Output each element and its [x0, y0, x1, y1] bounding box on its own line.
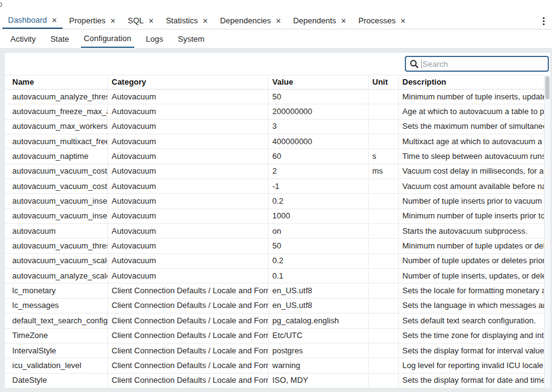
cell-category: Autovacuum — [108, 269, 269, 283]
table-row[interactable]: TimeZoneClient Connection Defaults / Loc… — [5, 329, 544, 344]
tab-dashboard[interactable]: Dashboard× — [2, 12, 63, 29]
column-header-unit[interactable]: Unit — [369, 75, 399, 89]
cell-category: Autovacuum — [108, 134, 269, 148]
cell-name: TimeZone — [5, 329, 108, 343]
subtab-state[interactable]: State — [47, 29, 72, 48]
cell-value: 400000000 — [269, 134, 369, 148]
subtab-activity[interactable]: Activity — [7, 29, 39, 48]
cell-name: autovacuum — [5, 224, 108, 238]
table-body: autovacuum_analyze_thresh…Autovacuum50Mi… — [5, 90, 544, 388]
configuration-content: Name Category Value Unit Description aut… — [5, 53, 550, 388]
cell-description: Minimum number of tuple inserts prior to… — [399, 209, 544, 223]
cell-category: Autovacuum — [108, 209, 269, 223]
table-row[interactable]: DateStyleClient Connection Defaults / Lo… — [5, 374, 544, 388]
cell-value: warning — [269, 358, 369, 372]
tab-close-icon[interactable]: × — [202, 17, 207, 25]
cell-value: postgres — [269, 344, 369, 358]
table-row[interactable]: autovacuum_vacuum_insert…Autovacuum0.2Nu… — [5, 194, 544, 209]
table-row[interactable]: autovacuumAutovacuumonStarts the autovac… — [5, 224, 544, 239]
tab-sql[interactable]: SQL× — [122, 12, 159, 29]
column-header-name[interactable]: Name — [5, 75, 108, 89]
cell-category: Autovacuum — [108, 224, 269, 238]
cell-unit — [369, 283, 399, 298]
cell-category: Client Connection Defaults / Locale and … — [108, 299, 269, 313]
cell-unit — [369, 239, 399, 253]
window-edge-artifact: o — [0, 0, 2, 9]
cell-description: Sets the display format for interval val… — [399, 344, 544, 358]
table-row[interactable]: lc_monetaryClient Connection Defaults / … — [5, 283, 544, 298]
table-row[interactable]: autovacuum_vacuum_insert…Autovacuum1000M… — [5, 209, 544, 224]
cell-description: Log level for reporting invalid ICU loca… — [399, 358, 544, 372]
table-row[interactable]: autovacuum_analyze_scale_…Autovacuum0.1N… — [5, 269, 544, 283]
subtab-system[interactable]: System — [175, 29, 207, 48]
column-header-category[interactable]: Category — [108, 75, 269, 89]
table-row[interactable]: autovacuum_vacuum_scale…Autovacuum0.2Num… — [5, 254, 544, 269]
cell-description: Number of tuple inserts prior to vacuum … — [399, 194, 544, 208]
subtab-label: State — [50, 34, 69, 44]
cell-description: Sets the time zone for displaying and in… — [399, 329, 544, 343]
cell-name: default_text_search_config — [5, 313, 108, 328]
table-scrollbar[interactable] — [544, 75, 550, 388]
tab-close-icon[interactable]: × — [401, 17, 405, 25]
table-row[interactable]: icu_validation_levelClient Connection De… — [5, 358, 544, 373]
cell-name: autovacuum_multixact_free… — [5, 134, 108, 148]
table-row[interactable]: autovacuum_freeze_max_ageAutovacuum20000… — [5, 104, 544, 119]
cell-unit — [369, 134, 399, 148]
table-row[interactable]: autovacuum_analyze_thresh…Autovacuum50Mi… — [5, 90, 544, 104]
cell-unit — [369, 120, 399, 134]
cell-name: autovacuum_max_workers — [5, 120, 108, 134]
tab-close-icon[interactable]: × — [52, 16, 57, 25]
more-options-icon[interactable] — [539, 16, 548, 26]
cell-value: Etc/UTC — [269, 329, 369, 343]
tab-label: Statistics — [166, 16, 197, 25]
cell-name: autovacuum_vacuum_insert… — [5, 209, 108, 223]
cell-unit — [369, 104, 399, 118]
cell-category: Autovacuum — [108, 149, 269, 163]
search-input[interactable] — [423, 60, 544, 69]
cell-value: 0.2 — [269, 254, 369, 268]
cell-category: Client Connection Defaults / Locale and … — [108, 313, 269, 328]
column-header-value[interactable]: Value — [269, 75, 369, 89]
table-row[interactable]: autovacuum_vacuum_cost_l…Autovacuum-1Vac… — [5, 179, 544, 194]
cell-value: 0.2 — [269, 194, 369, 208]
table-row[interactable]: autovacuum_vacuum_thres…Autovacuum50Mini… — [5, 239, 544, 253]
cell-unit — [369, 90, 399, 104]
cell-description: Sets the locale for formatting monetary … — [399, 283, 544, 298]
cell-name: autovacuum_vacuum_thres… — [5, 239, 108, 253]
table-scrollbar-thumb[interactable] — [545, 76, 550, 99]
table-row[interactable]: default_text_search_configClient Connect… — [5, 313, 544, 328]
search-box[interactable] — [405, 56, 549, 72]
table-row[interactable]: autovacuum_vacuum_cost_…Autovacuum2msVac… — [5, 164, 544, 179]
cell-name: IntervalStyle — [5, 344, 108, 358]
cell-value: on — [269, 224, 369, 238]
table-row[interactable]: autovacuum_max_workersAutovacuum3Sets th… — [5, 120, 544, 134]
tab-close-icon[interactable]: × — [148, 17, 153, 25]
tab-dependencies[interactable]: Dependencies× — [215, 12, 286, 29]
tab-close-icon[interactable]: × — [276, 17, 281, 25]
cell-description: Number of tuple inserts, updates, or del… — [399, 269, 544, 283]
tab-dependents[interactable]: Dependents× — [288, 12, 351, 29]
tab-processes[interactable]: Processes× — [353, 12, 411, 29]
cell-name: autovacuum_vacuum_insert… — [5, 194, 108, 208]
cell-description: Vacuum cost amount available before napp… — [399, 179, 544, 193]
subtab-label: Configuration — [84, 34, 131, 43]
subtab-label: Logs — [146, 34, 163, 44]
table-row[interactable]: lc_messagesClient Connection Defaults / … — [5, 299, 544, 313]
tab-properties[interactable]: Properties× — [64, 12, 121, 29]
cell-value: 50 — [269, 239, 369, 253]
tab-close-icon[interactable]: × — [341, 17, 346, 25]
cell-name: autovacuum_analyze_scale_… — [5, 269, 108, 283]
dashboard-panel: Name Category Value Unit Description aut… — [0, 48, 552, 392]
tab-close-icon[interactable]: × — [110, 17, 115, 25]
cell-category: Autovacuum — [108, 239, 269, 253]
column-header-description[interactable]: Description — [399, 75, 544, 89]
subtab-logs[interactable]: Logs — [143, 29, 166, 48]
cell-unit — [369, 358, 399, 372]
table-row[interactable]: IntervalStyleClient Connection Defaults … — [5, 344, 544, 358]
tab-statistics[interactable]: Statistics× — [160, 12, 213, 29]
cell-unit — [369, 269, 399, 283]
cell-description: Number of tuple updates or deletes prior… — [399, 254, 544, 268]
subtab-configuration[interactable]: Configuration — [81, 29, 134, 48]
table-row[interactable]: autovacuum_naptimeAutovacuum60sTime to s… — [5, 149, 544, 164]
table-row[interactable]: autovacuum_multixact_free…Autovacuum4000… — [5, 134, 544, 149]
